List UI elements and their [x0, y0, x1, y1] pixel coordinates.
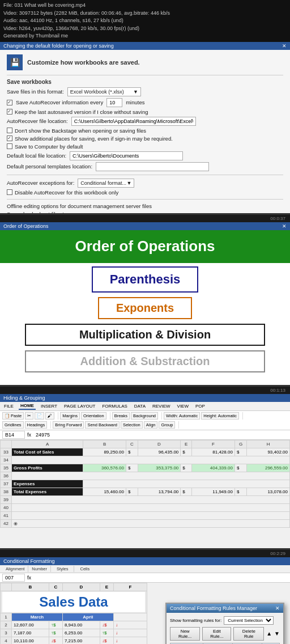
format-painter-btn[interactable]: 🖌: [45, 412, 54, 420]
autorecover-minutes-input[interactable]: [106, 98, 122, 107]
cf-r3-a-arrow: ↑$: [100, 629, 113, 637]
cell-33-a[interactable]: Total Cost of Sales: [12, 448, 83, 456]
selection-pane-btn[interactable]: Selection: [121, 421, 143, 429]
tab-page-layout[interactable]: PAGE LAYOUT: [62, 403, 97, 409]
cell-38-d[interactable]: 13,794.00: [138, 488, 181, 495]
save-icon: 💾: [7, 54, 23, 70]
default-personal-input[interactable]: [96, 162, 209, 171]
cf-r4-april[interactable]: 7,215.00: [62, 637, 100, 644]
cell-38-e[interactable]: $: [181, 488, 192, 495]
cell-35-d[interactable]: 353,375.00: [138, 464, 181, 472]
cell-35-b[interactable]: 360,576.00: [83, 464, 126, 472]
cf-rule-buttons-row: New Rule... Edit Rule... Delete Rule ▲ ▼: [170, 627, 280, 641]
cf-dialog-close-btn[interactable]: ✕: [275, 605, 280, 611]
cf-april-header: April: [62, 613, 113, 621]
cell-35-f[interactable]: 404,339.00: [192, 464, 235, 472]
path-input[interactable]: [71, 117, 196, 126]
down-arrow-icon[interactable]: ▼: [274, 630, 280, 637]
cf-r2-april[interactable]: 8,943.00: [62, 621, 100, 629]
cell-33-e[interactable]: $: [181, 448, 192, 456]
save-computer-checkbox[interactable]: [7, 143, 12, 149]
cf-col-b[interactable]: B: [12, 583, 49, 591]
excel-close-btn[interactable]: ✕: [282, 43, 287, 49]
cell-35-h[interactable]: 296,559.00: [247, 464, 290, 472]
cell-33-g[interactable]: $: [234, 448, 246, 456]
cf-edit-rule-btn[interactable]: Edit Rule...: [202, 627, 231, 641]
tab-review[interactable]: REVIEW: [151, 403, 172, 409]
format-dropdown[interactable]: Excel Workbook (*.xlsx) ▼: [67, 87, 141, 96]
formula-input[interactable]: [33, 431, 288, 438]
cell-33-d[interactable]: 96,435.00: [138, 448, 181, 456]
tab-data[interactable]: DATA: [133, 403, 147, 409]
cf-show-for-select[interactable]: Current Selection: [224, 616, 274, 625]
default-local-input[interactable]: [70, 151, 183, 160]
cell-33-f[interactable]: 81,428.00: [192, 448, 235, 456]
breaks-btn[interactable]: Breaks: [112, 412, 130, 420]
cf-col-c[interactable]: C: [49, 583, 63, 591]
cell-ref-input[interactable]: [2, 431, 25, 439]
cf-col-e[interactable]: E: [100, 583, 113, 591]
cf-cell-ref-input[interactable]: [2, 574, 25, 582]
col-header-d[interactable]: D: [138, 440, 181, 448]
tab-file[interactable]: FILE: [2, 403, 15, 409]
tab-formulas[interactable]: FORMULAS: [100, 403, 129, 409]
align-btn[interactable]: Align: [144, 421, 158, 429]
cell-35-c[interactable]: $: [126, 464, 138, 472]
orientation-btn[interactable]: Orientation: [81, 412, 106, 420]
keep-last-checkbox[interactable]: [7, 109, 12, 115]
margins-btn[interactable]: Margins: [60, 412, 80, 420]
col-header-g[interactable]: G: [234, 440, 246, 448]
row-num-37: 37: [1, 480, 12, 488]
width-btn[interactable]: Width: Automatic: [164, 412, 200, 420]
send-backward-btn[interactable]: Send Backward: [85, 421, 120, 429]
cf-r3-april[interactable]: 6,253.00: [62, 629, 100, 637]
disable-autorecover-checkbox[interactable]: [7, 189, 12, 195]
cell-38-g[interactable]: $: [234, 488, 246, 495]
bring-forward-btn[interactable]: Bring Forward: [53, 421, 84, 429]
cf-col-f[interactable]: F: [113, 583, 147, 591]
up-arrow-icon[interactable]: ▲: [266, 630, 272, 637]
tab-home[interactable]: HOME: [19, 402, 36, 410]
tab-insert[interactable]: INSERT: [39, 403, 59, 409]
autorecover-exc-dropdown[interactable]: Conditional format... ▼: [78, 179, 134, 188]
cell-38-c[interactable]: $: [126, 488, 138, 495]
background-btn[interactable]: Background: [131, 412, 158, 420]
cell-33-h[interactable]: 93,402.00: [247, 448, 290, 456]
cell-33-b[interactable]: 89,250.00: [83, 448, 126, 456]
cell-38-h[interactable]: 13,078.00: [247, 488, 290, 495]
autorecover-checkbox[interactable]: [7, 100, 12, 105]
col-header-b[interactable]: B: [83, 440, 126, 448]
cf-r4-march[interactable]: 10,110.00: [12, 637, 49, 644]
height-btn[interactable]: Height: Automatic: [201, 412, 239, 420]
headings-btn[interactable]: Headings: [25, 421, 48, 429]
cf-col-d[interactable]: D: [62, 583, 100, 591]
cell-33-c[interactable]: $: [126, 448, 138, 456]
cf-r3-march[interactable]: 7,187.00: [12, 629, 49, 637]
cell-35-a[interactable]: Gross Profits: [12, 464, 83, 472]
show-places-checkbox[interactable]: [7, 135, 12, 141]
cut-btn[interactable]: ✂: [25, 412, 33, 420]
row-num-41: 41: [1, 511, 12, 519]
order-close-btn[interactable]: ✕: [282, 223, 287, 229]
tab-pop[interactable]: POP: [194, 403, 207, 409]
cf-r2-march[interactable]: 12,607.00: [12, 621, 49, 629]
cell-35-e[interactable]: $: [181, 464, 192, 472]
tab-view[interactable]: VIEW: [176, 403, 190, 409]
cell-38-f[interactable]: 11,949.00: [192, 488, 235, 495]
group-btn[interactable]: Group: [159, 421, 175, 429]
no-backstage-checkbox[interactable]: [7, 128, 12, 133]
cf-delete-rule-btn[interactable]: Delete Rule: [233, 627, 264, 641]
col-header-f[interactable]: F: [192, 440, 235, 448]
col-header-a[interactable]: A: [12, 440, 83, 448]
cell-35-g[interactable]: $: [234, 464, 246, 472]
col-header-e[interactable]: E: [181, 440, 192, 448]
cell-38-b[interactable]: 15,460.00: [83, 488, 126, 495]
paste-btn[interactable]: 📋 Paste: [2, 412, 24, 420]
col-header-h[interactable]: H: [247, 440, 290, 448]
col-header-c[interactable]: C: [126, 440, 138, 448]
gridlines-btn[interactable]: Gridlines: [2, 421, 24, 429]
cell-38-a[interactable]: Total Expenses: [12, 488, 83, 495]
copy-btn[interactable]: 📄: [35, 412, 44, 420]
cell-37-a[interactable]: Expenses: [12, 480, 83, 488]
cf-new-rule-btn[interactable]: New Rule...: [170, 627, 200, 641]
